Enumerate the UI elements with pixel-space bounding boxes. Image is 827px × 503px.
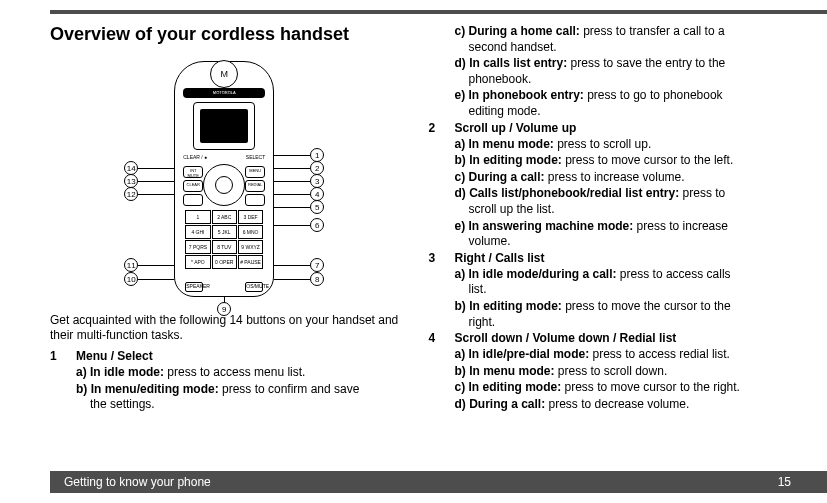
right-button-2: REDIAL: [245, 180, 265, 192]
top-divider: [50, 10, 827, 14]
key-3: 3 DEF: [238, 210, 263, 224]
item-number: 3: [429, 251, 455, 265]
list-item: 4 Scroll down / Volume down / Redial lis…: [429, 331, 778, 345]
sub-item: c) During a call: press to increase volu…: [429, 170, 778, 186]
softkey-row: CLEAR / ● SELECT: [183, 154, 265, 162]
left-button-3: [183, 194, 203, 206]
item-title: Scroll up / Volume up: [455, 121, 577, 135]
left-list: 1 Menu / Select a) In idle mode: press t…: [50, 349, 399, 413]
nav-pad: [203, 164, 245, 206]
key-hash: # PAUSE: [238, 255, 263, 269]
mute-icon: OS/MUTE: [245, 282, 263, 292]
item-number: 1: [50, 349, 76, 363]
sub-item: b) In menu/editing mode: press to confir…: [50, 382, 399, 413]
footer-page-number: 15: [778, 475, 791, 489]
key-9: 9 WXYZ: [238, 240, 263, 254]
brand-band: MOTOROLA: [183, 88, 265, 98]
intro-text: Get acquainted with the following 14 but…: [50, 313, 399, 343]
key-6: 6 MNO: [238, 225, 263, 239]
item-number: 4: [429, 331, 455, 345]
sub-item: b) In editing mode: press to move the cu…: [429, 299, 778, 330]
callout-1: 1: [310, 148, 324, 162]
sub-item: a) In idle/pre-dial mode: press to acces…: [429, 347, 778, 363]
right-column: c) During a home call: press to transfer…: [429, 24, 778, 414]
footer-section: Getting to know your phone: [64, 475, 211, 489]
list-item: 3 Right / Calls list: [429, 251, 778, 265]
list-item: 2 Scroll up / Volume up: [429, 121, 778, 135]
content-columns: Overview of your cordless handset M MOTO…: [50, 0, 777, 414]
key-8: 8 TUV: [212, 240, 237, 254]
right-button-1: MENU: [245, 166, 265, 178]
item-title: Right / Calls list: [455, 251, 545, 265]
sub-item: d) In calls list entry: press to save th…: [429, 56, 778, 87]
callout-11: 11: [124, 258, 138, 272]
keypad: 1 2 ABC 3 DEF 4 GHI 5 JKL 6 MNO 7 PQRS 8…: [185, 210, 263, 269]
sub-item: d) During a call: press to decrease volu…: [429, 397, 778, 413]
speaker-icon: SPEAKER: [185, 282, 203, 292]
left-button-2: CLEAR: [183, 180, 203, 192]
key-1: 1: [185, 210, 210, 224]
key-4: 4 GHI: [185, 225, 210, 239]
logo-circle: M: [210, 60, 238, 88]
sub-item: a) In menu mode: press to scroll up.: [429, 137, 778, 153]
sub-item: a) In idle mode/during a call: press to …: [429, 267, 778, 298]
key-5: 5 JKL: [212, 225, 237, 239]
sub-item: c) During a home call: press to transfer…: [429, 24, 778, 55]
callout-3: 3: [310, 174, 324, 188]
key-7: 7 PQRS: [185, 240, 210, 254]
lcd-screen: [200, 109, 248, 143]
item-title: Scroll down / Volume down / Redial list: [455, 331, 677, 345]
key-2: 2 ABC: [212, 210, 237, 224]
key-star: * APO: [185, 255, 210, 269]
callout-14: 14: [124, 161, 138, 175]
callout-8: 8: [310, 272, 324, 286]
item-number: 2: [429, 121, 455, 135]
page: Overview of your cordless handset M MOTO…: [0, 0, 827, 503]
softkey-right-label: SELECT: [246, 154, 265, 162]
key-0: 0 OPER: [212, 255, 237, 269]
sub-item: b) In menu mode: press to scroll down.: [429, 364, 778, 380]
right-button-3: [245, 194, 265, 206]
sub-item: e) In answering machine mode: press to i…: [429, 219, 778, 250]
sub-item: b) In editing mode: press to move cursor…: [429, 153, 778, 169]
callout-10: 10: [124, 272, 138, 286]
callout-7: 7: [310, 258, 324, 272]
sub-item: c) In editing mode: press to move cursor…: [429, 380, 778, 396]
callout-2: 2: [310, 161, 324, 175]
callout-5: 5: [310, 200, 324, 214]
bottom-icon-row: SPEAKER OS/MUTE: [185, 282, 263, 292]
left-column: Overview of your cordless handset M MOTO…: [50, 24, 399, 414]
handset-illustration: M MOTOROLA CLEAR / ● SELECT INT MUTE CLE…: [50, 55, 399, 305]
item-title: Menu / Select: [76, 349, 153, 363]
callout-4: 4: [310, 187, 324, 201]
left-button-1: INT MUTE: [183, 166, 203, 178]
softkey-left-label: CLEAR / ●: [183, 154, 207, 162]
callout-13: 13: [124, 174, 138, 188]
lcd-frame: [193, 102, 255, 150]
sub-item: d) Calls list/phonebook/redial list entr…: [429, 186, 778, 217]
page-footer: Getting to know your phone 15: [50, 471, 827, 493]
page-title: Overview of your cordless handset: [50, 24, 399, 45]
sub-item: a) In idle mode: press to access menu li…: [50, 365, 399, 381]
callout-6: 6: [310, 218, 324, 232]
list-item: 1 Menu / Select: [50, 349, 399, 363]
sub-item: e) In phonebook entry: press to go to ph…: [429, 88, 778, 119]
handset-body: M MOTOROLA CLEAR / ● SELECT INT MUTE CLE…: [174, 61, 274, 297]
callout-12: 12: [124, 187, 138, 201]
